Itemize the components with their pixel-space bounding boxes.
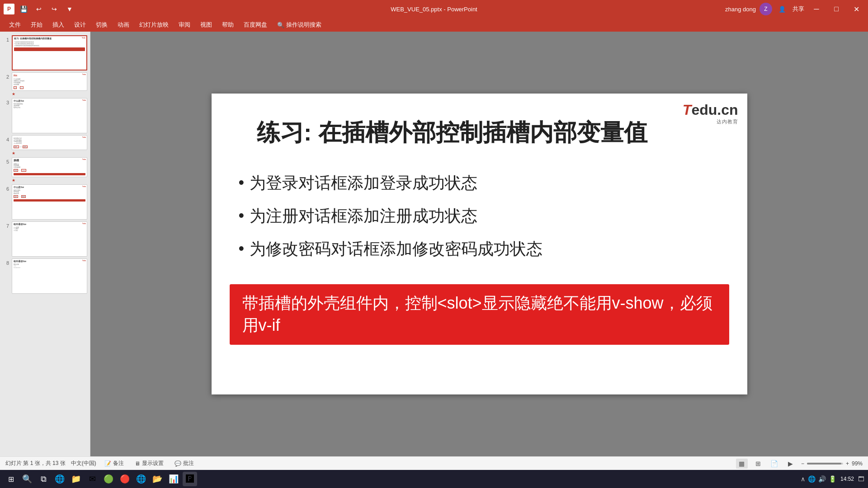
thumb-logo-8: Tedu bbox=[82, 260, 86, 262]
menu-design[interactable]: 设计 bbox=[70, 19, 90, 31]
notification-icon[interactable]: 🗔 bbox=[858, 475, 864, 483]
statusbar-right: ▦ ⊞ 📄 ▶ − + 99% bbox=[736, 459, 863, 469]
notes-button[interactable]: 📝 备注 bbox=[102, 459, 127, 468]
taskbar-search[interactable]: 🔍 bbox=[20, 472, 34, 486]
taskbar-app3[interactable]: 🌐 bbox=[134, 472, 148, 486]
slide-item-8[interactable]: 8 Tedu 组件通信Vue 事件总线 Vuex provide/inject bbox=[3, 258, 87, 294]
slide-number-3: 3 bbox=[3, 98, 9, 105]
taskbar-app4[interactable]: 📂 bbox=[150, 472, 165, 486]
save-button[interactable]: 💾 bbox=[17, 4, 30, 14]
thumb-logo-7: Tedu bbox=[82, 223, 86, 225]
notes-icon: 📝 bbox=[104, 460, 111, 467]
bullet-text-1: 为登录对话框添加登录成功状态 bbox=[250, 173, 477, 194]
menu-file[interactable]: 文件 bbox=[5, 19, 25, 31]
systray-volume[interactable]: 🔊 bbox=[818, 475, 826, 483]
menu-animations[interactable]: 动画 bbox=[113, 19, 134, 31]
share-button[interactable]: 共享 bbox=[792, 4, 805, 14]
menu-review[interactable]: 审阅 bbox=[174, 19, 195, 31]
thumb-diagram-4: 组件A ⟺ 组件B bbox=[14, 145, 85, 148]
systray-battery[interactable]: 🔋 bbox=[829, 475, 836, 483]
menu-view[interactable]: 视图 bbox=[196, 19, 217, 31]
thumb-title-1: 练习: 在插槽外部控制插槽内部变量值 bbox=[14, 38, 85, 40]
star-badge-2: ★ bbox=[12, 92, 87, 96]
reading-view-button[interactable]: 📄 bbox=[769, 459, 780, 469]
logo-text: Tedu.cn bbox=[683, 102, 738, 118]
thumb-red-bar-5 bbox=[14, 173, 85, 175]
account-button[interactable]: 👤 bbox=[776, 4, 788, 14]
main-area: 1 Tedu 练习: 在插槽外部控制插槽内部变量值 • 为登录对话框添加登录成功… bbox=[0, 32, 868, 456]
taskbar-mail[interactable]: ✉ bbox=[85, 472, 99, 486]
zoom-slider-fill bbox=[807, 463, 841, 465]
menu-slideshow[interactable]: 幻灯片放映 bbox=[135, 19, 173, 31]
zoom-out-icon[interactable]: − bbox=[801, 460, 804, 467]
slide-main-title: 练习: 在插槽外部控制插槽内部变量值 bbox=[239, 118, 666, 146]
taskbar-app5[interactable]: 📊 bbox=[166, 472, 181, 486]
slide-number-2: 2 bbox=[3, 72, 9, 80]
systray-network[interactable]: 🌐 bbox=[808, 475, 816, 483]
display-settings-button[interactable]: 🖥 显示设置 bbox=[132, 459, 166, 468]
menu-help[interactable]: 帮助 bbox=[217, 19, 238, 31]
taskbar-start[interactable]: ⊞ bbox=[4, 472, 18, 486]
thumb-title-6: 什么是Vue bbox=[14, 186, 85, 189]
slide-sorter-button[interactable]: ⊞ bbox=[752, 459, 764, 469]
thumb-red-bar-6 bbox=[14, 199, 85, 202]
comments-icon: 💬 bbox=[175, 460, 181, 467]
zoom-slider[interactable] bbox=[807, 463, 843, 465]
slide-item-4[interactable]: 4 Tedu 组件通信方式 父子组件通信 兄弟组件通信 Vuex状态管理 组件A… bbox=[3, 135, 87, 155]
taskbar-taskview[interactable]: ⧉ bbox=[36, 472, 51, 486]
thumb-title-8: 组件通信Vue bbox=[14, 260, 85, 263]
titlebar-left: P 💾 ↩ ↪ ▼ bbox=[4, 4, 76, 14]
bullet-text-3: 为修改密码对话框添加修改密码成功状态 bbox=[250, 239, 542, 260]
taskbar-browser[interactable]: 🌐 bbox=[52, 472, 67, 486]
customize-button[interactable]: ▼ bbox=[63, 4, 76, 14]
statusbar-left: 幻灯片 第 1 张，共 13 张 中文(中国) 📝 备注 🖥 显示设置 💬 批注 bbox=[5, 459, 197, 468]
bullet-item-2: • 为注册对话框添加注册成功状态 bbox=[239, 206, 720, 227]
zoom-in-icon[interactable]: + bbox=[846, 460, 849, 467]
taskbar-ppt[interactable]: 🅿 bbox=[183, 472, 197, 486]
thumb-logo-4: Tedu bbox=[82, 136, 86, 138]
slide-item-3[interactable]: 3 Tedu 什么是Vue 响应式数据绑定 虚拟DOM 组件化开发 bbox=[3, 98, 87, 133]
slide-thumb-8: Tedu 组件通信Vue 事件总线 Vuex provide/inject bbox=[12, 258, 87, 294]
slide-bullets: • 为登录对话框添加登录成功状态 • 为注册对话框添加注册成功状态 • 为修改密… bbox=[239, 173, 720, 271]
menu-insert[interactable]: 插入 bbox=[48, 19, 69, 31]
slide-canvas: Tedu.cn 达内教育 练习: 在插槽外部控制插槽内部变量值 • 为登录对话框… bbox=[212, 94, 747, 394]
comments-button[interactable]: 💬 批注 bbox=[172, 459, 197, 468]
slide-item-7[interactable]: 7 Tedu 组件通信Vue props传值 emit事件 ref引用 bbox=[3, 221, 87, 257]
canvas-area: Tedu.cn 达内教育 练习: 在插槽外部控制插槽内部变量值 • 为登录对话框… bbox=[90, 32, 868, 456]
maximize-button[interactable]: □ bbox=[828, 3, 844, 15]
redo-button[interactable]: ↪ bbox=[48, 4, 61, 14]
slide-item-2[interactable]: 2 Tedu Rit 什么是插槽插槽的定义和使用作用域插槽命名插槽 父 → sl… bbox=[3, 72, 87, 96]
bullet-dot-1: • bbox=[239, 174, 245, 191]
slide-number-7: 7 bbox=[3, 221, 9, 229]
taskbar-files[interactable]: 📁 bbox=[69, 472, 83, 486]
slide-item-5[interactable]: 5 Tedu 插槽 插槽定义 具名插槽 作用域插槽 外壳 → <slot> bbox=[3, 157, 87, 183]
thumb-title-3: 什么是Vue bbox=[14, 100, 85, 103]
bullet-dot-2: • bbox=[239, 207, 245, 224]
systray-chevron[interactable]: ∧ bbox=[801, 475, 805, 483]
thumb-diagram-5: 外壳 → <slot> bbox=[14, 169, 85, 172]
menu-search[interactable]: 🔍 操作说明搜索 bbox=[273, 19, 326, 31]
display-icon: 🖥 bbox=[135, 460, 140, 467]
slide-item-1[interactable]: 1 Tedu 练习: 在插槽外部控制插槽内部变量值 • 为登录对话框添加登录成功… bbox=[3, 35, 87, 70]
undo-button[interactable]: ↩ bbox=[33, 4, 45, 14]
slide-item-6[interactable]: 6 Tedu 什么是Vue 响应式系统 组件体系 路由管理 组件 ↔ 数据 bbox=[3, 184, 87, 220]
menu-baidu[interactable]: 百度网盘 bbox=[239, 19, 272, 31]
red-banner: 带插槽的外壳组件内，控制<slot>显示隐藏绝不能用v-show，必须用v-if bbox=[230, 284, 729, 345]
thumb-title-5: 插槽 bbox=[14, 159, 85, 162]
close-button[interactable]: ✕ bbox=[848, 3, 864, 15]
menu-transitions[interactable]: 切换 bbox=[91, 19, 112, 31]
normal-view-button[interactable]: ▦ bbox=[736, 459, 748, 469]
slide-logo: Tedu.cn 达内教育 bbox=[683, 102, 738, 125]
taskbar-app2[interactable]: 🔴 bbox=[118, 472, 132, 486]
taskbar-app1[interactable]: 🟢 bbox=[101, 472, 116, 486]
bullet-dot-3: • bbox=[239, 240, 245, 257]
bullet-item-3: • 为修改密码对话框添加修改密码成功状态 bbox=[239, 239, 720, 260]
thumb-diagram-6: 组件 ↔ 数据 bbox=[14, 195, 85, 198]
slideshow-button[interactable]: ▶ bbox=[785, 459, 797, 469]
status-bar: 幻灯片 第 1 张，共 13 张 中文(中国) 📝 备注 🖥 显示设置 💬 批注… bbox=[0, 456, 868, 470]
menu-home[interactable]: 开始 bbox=[26, 19, 47, 31]
minimize-button[interactable]: ─ bbox=[808, 3, 825, 15]
logo-sub: 达内教育 bbox=[683, 118, 738, 125]
slide-thumb-6: Tedu 什么是Vue 响应式系统 组件体系 路由管理 组件 ↔ 数据 bbox=[12, 184, 87, 220]
slide-thumb-5: Tedu 插槽 插槽定义 具名插槽 作用域插槽 外壳 → <slot> bbox=[12, 157, 87, 177]
